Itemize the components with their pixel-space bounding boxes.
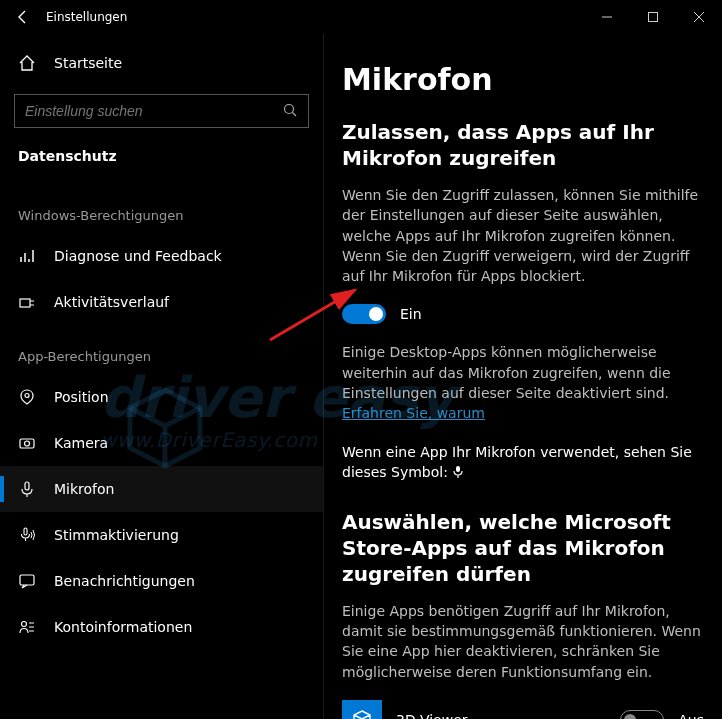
account-info-icon — [18, 618, 36, 636]
section-heading-store-apps: Auswählen, welche Microsoft Store-Apps a… — [342, 509, 704, 587]
sidebar: Startseite Datenschutz Windows-Berechtig… — [0, 34, 324, 719]
app-name: 3D-Viewer — [396, 712, 606, 719]
maximize-button[interactable] — [630, 0, 676, 34]
search-input[interactable] — [25, 103, 282, 119]
titlebar: Einstellungen — [0, 0, 722, 34]
category-heading: Datenschutz — [0, 144, 323, 184]
group-windows-permissions: Windows-Berechtigungen — [0, 184, 323, 233]
svg-rect-6 — [20, 439, 34, 448]
sidebar-item-label: Mikrofon — [54, 481, 114, 497]
main-panel: Mikrofon Zulassen, dass Apps auf Ihr Mik… — [324, 34, 722, 719]
sidebar-item-microphone[interactable]: Mikrofon — [0, 466, 323, 512]
desktop-apps-note: Einige Desktop-Apps können möglicherweis… — [342, 342, 704, 423]
app-row-3d-viewer: 3D-Viewer Aus — [342, 700, 704, 719]
svg-rect-8 — [25, 482, 29, 490]
search-box[interactable] — [14, 94, 309, 128]
microphone-inuse-icon — [452, 465, 464, 480]
sidebar-item-label: Position — [54, 389, 109, 405]
sidebar-item-label: Kamera — [54, 435, 108, 451]
allow-apps-toggle[interactable] — [342, 304, 386, 324]
close-button[interactable] — [676, 0, 722, 34]
svg-rect-9 — [24, 528, 27, 535]
search-icon — [282, 102, 298, 121]
sidebar-item-notifications[interactable]: Benachrichtigungen — [0, 558, 323, 604]
sidebar-item-label: Diagnose und Feedback — [54, 248, 222, 264]
learn-why-link[interactable]: Erfahren Sie, warum — [342, 405, 485, 421]
diagnostics-icon — [18, 247, 36, 265]
sidebar-item-account-info[interactable]: Kontoinformationen — [0, 604, 323, 650]
sidebar-item-activity-history[interactable]: Aktivitätsverlauf — [0, 279, 323, 325]
sidebar-item-label: Benachrichtigungen — [54, 573, 195, 589]
minimize-button[interactable] — [584, 0, 630, 34]
microphone-icon — [18, 480, 36, 498]
section-description-allow-apps: Wenn Sie den Zugriff zulassen, können Si… — [342, 185, 704, 286]
allow-apps-toggle-label: Ein — [400, 306, 422, 322]
camera-icon — [18, 434, 36, 452]
svg-point-11 — [22, 622, 27, 627]
sidebar-item-camera[interactable]: Kamera — [0, 420, 323, 466]
section-description-store-apps: Einige Apps benötigen Zugriff auf Ihr Mi… — [342, 601, 704, 682]
svg-rect-4 — [20, 299, 30, 307]
svg-point-5 — [25, 394, 29, 398]
svg-point-7 — [25, 441, 30, 446]
page-title: Mikrofon — [342, 62, 704, 97]
window-title: Einstellungen — [46, 10, 127, 24]
svg-rect-12 — [456, 466, 460, 472]
app-icon-3d-viewer — [342, 700, 382, 719]
sidebar-item-diagnostics[interactable]: Diagnose und Feedback — [0, 233, 323, 279]
home-link[interactable]: Startseite — [0, 44, 323, 82]
svg-point-2 — [285, 104, 294, 113]
notifications-icon — [18, 572, 36, 590]
sidebar-item-voice-activation[interactable]: Stimmaktivierung — [0, 512, 323, 558]
in-use-note: Wenn eine App Ihr Mikrofon verwendet, se… — [342, 442, 704, 483]
sidebar-item-label: Kontoinformationen — [54, 619, 192, 635]
activity-icon — [18, 293, 36, 311]
voice-activation-icon — [18, 526, 36, 544]
svg-line-3 — [293, 112, 297, 116]
home-icon — [18, 54, 36, 72]
sidebar-item-label: Stimmaktivierung — [54, 527, 179, 543]
svg-rect-10 — [20, 575, 34, 585]
sidebar-item-label: Aktivitätsverlauf — [54, 294, 169, 310]
home-label: Startseite — [54, 55, 122, 71]
location-icon — [18, 388, 36, 406]
section-heading-allow-apps: Zulassen, dass Apps auf Ihr Mikrofon zug… — [342, 119, 704, 171]
group-app-permissions: App-Berechtigungen — [0, 325, 323, 374]
back-button[interactable] — [0, 0, 46, 34]
sidebar-item-location[interactable]: Position — [0, 374, 323, 420]
app-toggle-3d-viewer[interactable] — [620, 710, 664, 719]
svg-rect-1 — [649, 13, 658, 22]
app-toggle-label: Aus — [678, 712, 704, 719]
